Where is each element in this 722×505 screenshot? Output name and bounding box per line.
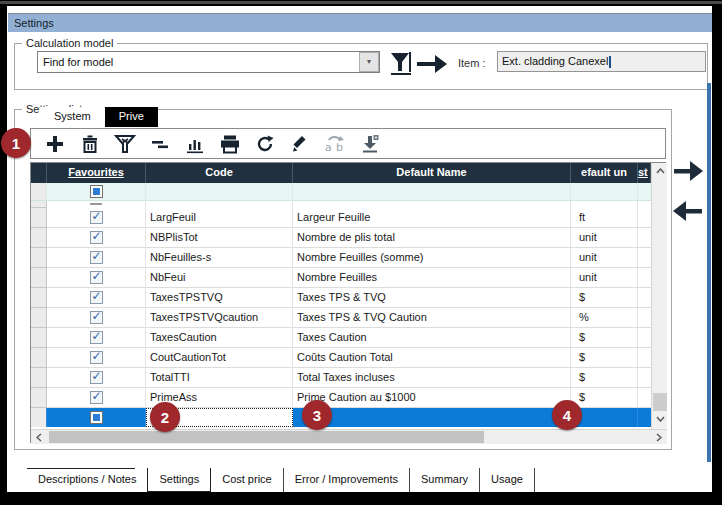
tab-usage[interactable]: Usage	[480, 468, 535, 492]
annotation-badge-4: 4	[552, 400, 582, 430]
window-top-edge	[0, 1, 722, 4]
cell-name[interactable]: Taxes TPS & TVQ Caution	[293, 308, 571, 328]
delete-icon[interactable]	[78, 133, 102, 155]
cell-unit[interactable]: $	[571, 388, 638, 408]
favourite-checkbox[interactable]	[90, 371, 103, 384]
favourite-checkbox[interactable]	[90, 411, 103, 424]
model-combobox-value: Find for model	[43, 56, 113, 68]
horizontal-scrollbar[interactable]	[31, 429, 667, 444]
tab-summary[interactable]: Summary	[410, 468, 480, 492]
favourite-checkbox[interactable]	[90, 291, 103, 304]
tab-descriptions-notes[interactable]: Descriptions / Notes	[27, 468, 147, 492]
table-row[interactable]: TaxesTPSTVQcaution Taxes TPS & TVQ Cauti…	[31, 308, 651, 328]
cell-code[interactable]: TaxesCaution	[146, 328, 293, 348]
table-row[interactable]: NbFeui Nombre Feuilles unit	[31, 268, 651, 288]
dialog-titlebar: Settings	[8, 13, 712, 32]
grid-filter-row[interactable]	[31, 183, 651, 201]
table-row[interactable]: TaxesCaution Taxes Caution $	[31, 328, 651, 348]
edit-icon[interactable]	[288, 133, 312, 155]
scroll-left-icon[interactable]	[31, 430, 47, 444]
item-label: Item :	[458, 57, 486, 69]
favourite-checkbox[interactable]	[90, 331, 103, 344]
cell-unit[interactable]: $	[571, 368, 638, 388]
model-combobox[interactable]: Find for model	[37, 51, 380, 73]
cell-code[interactable]: TaxesTPSTVQcaution	[146, 308, 293, 328]
favourite-checkbox[interactable]	[90, 271, 103, 284]
add-icon[interactable]	[43, 133, 67, 155]
download-icon[interactable]	[358, 133, 382, 155]
tab-cost-price[interactable]: Cost price	[211, 468, 284, 492]
tab-settings[interactable]: Settings	[147, 468, 211, 492]
grid-header-clipped[interactable]: st	[638, 163, 651, 183]
table-row[interactable]: TaxesTPSTVQ Taxes TPS & TVQ $	[31, 288, 651, 308]
screenshot-stage: Settings Calculation model Find for mode…	[0, 0, 722, 505]
cell-code[interactable]: NbFeui	[146, 268, 293, 288]
cell-unit[interactable]: unit	[571, 248, 638, 268]
table-row[interactable]: CoutCautionTot Coûts Caution Total $	[31, 348, 651, 368]
grid-header-favourites[interactable]: Favourites	[47, 163, 146, 183]
favourite-checkbox[interactable]	[90, 351, 103, 364]
annotation-badge-2: 2	[150, 402, 180, 432]
cell-name[interactable]: Taxes Caution	[293, 328, 571, 348]
item-value: Ext. cladding Canexel	[502, 55, 608, 67]
favourite-checkbox[interactable]	[90, 391, 103, 404]
grid-header-default-unit[interactable]: efault un	[571, 163, 638, 183]
table-row[interactable]: NbFeuilles-s Nombre Feuilles (somme) uni…	[31, 248, 651, 268]
filter-favourites-checkbox[interactable]	[90, 185, 103, 198]
tab-system[interactable]: System	[40, 107, 105, 127]
filter-clear-icon[interactable]	[113, 133, 137, 155]
settings-list-tabstrip: System Prive	[40, 107, 158, 127]
scroll-right-icon[interactable]	[651, 430, 667, 444]
favourite-checkbox[interactable]	[90, 211, 103, 224]
rename-icon[interactable]: a b	[323, 133, 347, 155]
filter-funnel-icon[interactable]	[388, 50, 414, 81]
tab-error-improvements[interactable]: Error / Improvements	[284, 468, 410, 492]
cell-code[interactable]: TaxesTPSTVQ	[146, 288, 293, 308]
cell-unit[interactable]: $	[571, 328, 638, 348]
cell-code[interactable]: CoutCautionTot	[146, 348, 293, 368]
cell-unit[interactable]: %	[571, 308, 638, 328]
cell-name[interactable]: Total Taxes incluses	[293, 368, 571, 388]
cell-unit[interactable]: $	[571, 288, 638, 308]
cell-name[interactable]: Largeur Feuille	[293, 208, 571, 228]
favourite-checkbox[interactable]	[90, 251, 103, 264]
cell-name[interactable]: Prime Caution au $1000	[293, 388, 571, 408]
cell-name[interactable]: Taxes TPS & TVQ	[293, 288, 571, 308]
item-field[interactable]: Ext. cladding Canexel	[497, 51, 706, 72]
table-row[interactable]: LargFeuil Largeur Feuille ft	[31, 208, 651, 228]
cell-unit[interactable]: ft	[571, 208, 638, 228]
cell-name[interactable]: Coûts Caution Total	[293, 348, 571, 368]
cell-name[interactable]: Nombre Feuilles (somme)	[293, 248, 571, 268]
cell-code[interactable]: NBPlisTot	[146, 228, 293, 248]
cell-code[interactable]: LargFeuil	[146, 208, 293, 228]
grid-header-code[interactable]: Code	[146, 163, 293, 183]
horizontal-scroll-thumb[interactable]	[49, 431, 484, 443]
cell-unit[interactable]: unit	[571, 228, 638, 248]
favourite-checkbox[interactable]	[90, 231, 103, 244]
cell-name[interactable]: Nombre Feuilles	[293, 268, 571, 288]
cell-unit[interactable]: unit	[571, 268, 638, 288]
move-right-arrow-icon[interactable]	[671, 158, 705, 188]
move-left-arrow-icon[interactable]	[671, 198, 705, 228]
refresh-icon[interactable]	[253, 133, 277, 155]
tab-prive[interactable]: Prive	[105, 107, 158, 127]
model-combobox-dropdown-button[interactable]: ▾	[359, 52, 379, 72]
cell-name[interactable]: Nombre de plis total	[293, 228, 571, 248]
cell-code[interactable]: NbFeuilles-s	[146, 248, 293, 268]
vertical-scroll-thumb[interactable]	[653, 393, 667, 411]
scroll-down-icon[interactable]	[652, 411, 668, 427]
scroll-up-icon[interactable]	[652, 163, 668, 179]
print-icon[interactable]	[218, 133, 242, 155]
calculation-model-label: Calculation model	[22, 37, 117, 50]
cell-code[interactable]: TotalTTI	[146, 368, 293, 388]
apply-arrow-icon[interactable]	[415, 52, 449, 80]
cell-unit[interactable]: $	[571, 348, 638, 368]
collapse-icon[interactable]	[148, 133, 172, 155]
vertical-scrollbar[interactable]	[651, 163, 667, 429]
table-row[interactable]: NBPlisTot Nombre de plis total unit	[31, 228, 651, 248]
table-row[interactable]: TotalTTI Total Taxes incluses $	[31, 368, 651, 388]
favourite-checkbox[interactable]	[90, 311, 103, 324]
grid-header-default-name[interactable]: Default Name	[293, 163, 571, 183]
svg-text:b: b	[336, 141, 343, 154]
chart-icon[interactable]	[183, 133, 207, 155]
